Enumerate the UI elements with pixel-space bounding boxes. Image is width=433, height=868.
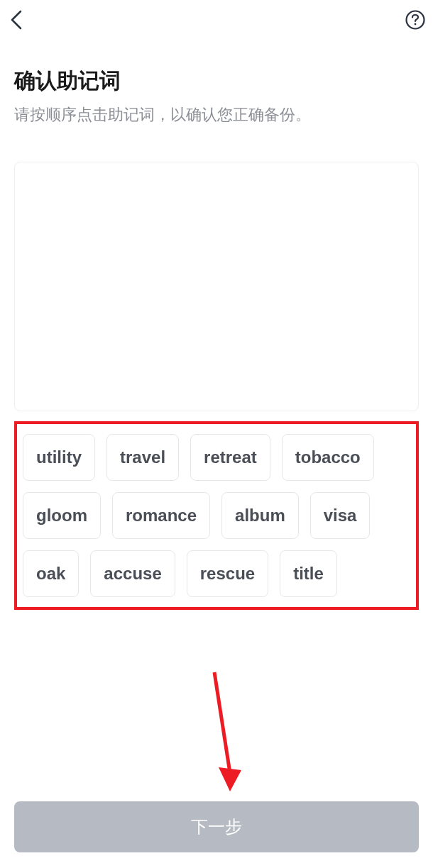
word-chip[interactable]: utility	[23, 434, 95, 481]
mnemonic-words-container: utility travel retreat tobacco gloom rom…	[14, 421, 419, 610]
word-chip[interactable]: tobacco	[282, 434, 374, 481]
page-subtitle: 请按顺序点击助记词，以确认您正确备份。	[14, 104, 419, 126]
word-chip[interactable]: gloom	[23, 492, 101, 539]
back-button[interactable]	[7, 10, 27, 30]
svg-point-1	[415, 23, 417, 26]
selected-words-area[interactable]	[14, 162, 419, 411]
help-button[interactable]	[405, 9, 426, 30]
word-chip[interactable]: romance	[112, 492, 210, 539]
main-content: 确认助记词 请按顺序点击助记词，以确认您正确备份。 utility travel…	[0, 37, 433, 610]
svg-line-2	[214, 672, 230, 773]
word-chip[interactable]: accuse	[90, 550, 175, 597]
word-chip[interactable]: travel	[106, 434, 179, 481]
next-button[interactable]: 下一步	[14, 801, 419, 852]
header-bar	[0, 0, 433, 37]
svg-marker-3	[219, 767, 241, 791]
page-title: 确认助记词	[14, 67, 419, 96]
word-chip[interactable]: rescue	[187, 550, 268, 597]
word-chip[interactable]: album	[221, 492, 299, 539]
annotation-arrow-icon	[206, 668, 248, 796]
word-chip[interactable]: oak	[23, 550, 79, 597]
word-chip[interactable]: retreat	[190, 434, 270, 481]
question-mark-icon	[405, 10, 425, 30]
word-chip[interactable]: visa	[310, 492, 371, 539]
word-chip[interactable]: title	[280, 550, 337, 597]
chevron-left-icon	[9, 10, 25, 30]
